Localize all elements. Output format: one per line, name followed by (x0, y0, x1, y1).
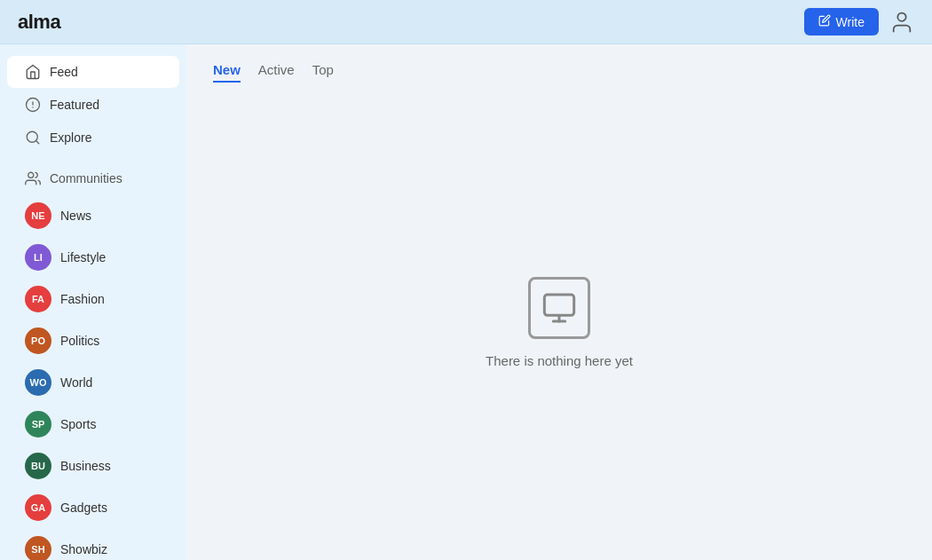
tab-active[interactable]: Active (258, 62, 295, 83)
header-actions: Write (804, 8, 914, 35)
communities-label: Communities (7, 162, 179, 194)
community-gadgets-label: Gadgets (60, 501, 107, 515)
community-lifestyle-label: Lifestyle (60, 250, 106, 264)
communities-icon (25, 170, 41, 186)
fashion-badge: FA (25, 286, 51, 312)
gadgets-badge: GA (25, 494, 51, 521)
community-sports-label: Sports (60, 417, 96, 431)
svg-rect-7 (544, 295, 573, 315)
community-item-world[interactable]: WO World (7, 362, 179, 403)
sidebar-featured-label: Featured (50, 98, 99, 112)
sidebar-item-explore[interactable]: Explore (7, 122, 179, 154)
write-button[interactable]: Write (804, 8, 879, 35)
svg-line-5 (36, 140, 38, 143)
content-tabs: New Active Top (213, 62, 905, 83)
empty-icon (528, 277, 590, 339)
sidebar-feed-label: Feed (50, 65, 78, 79)
logo: alma (18, 11, 60, 34)
user-menu-button[interactable] (889, 10, 914, 35)
write-icon (818, 14, 831, 29)
communities-text: Communities (50, 171, 122, 185)
community-item-politics[interactable]: PO Politics (7, 320, 179, 361)
feed-icon (25, 64, 41, 80)
politics-badge: PO (25, 327, 51, 354)
community-item-fashion[interactable]: FA Fashion (7, 279, 179, 319)
explore-icon (25, 130, 41, 146)
svg-point-6 (28, 172, 34, 177)
community-item-business[interactable]: BU Business (7, 446, 179, 486)
tab-top[interactable]: Top (312, 62, 334, 83)
svg-point-0 (897, 12, 905, 20)
app-header: alma Write (0, 0, 932, 44)
community-politics-label: Politics (60, 334, 99, 348)
main-layout: Feed Featured Explore (0, 44, 932, 560)
sidebar-explore-label: Explore (50, 130, 91, 145)
main-content: New Active Top There is nothing here yet (186, 44, 932, 560)
lifestyle-badge: LI (25, 244, 51, 271)
sports-badge: SP (25, 411, 51, 438)
community-item-lifestyle[interactable]: LI Lifestyle (7, 237, 179, 278)
sidebar-item-feed[interactable]: Feed (7, 56, 179, 88)
community-news-label: News (60, 209, 91, 223)
community-item-showbiz[interactable]: SH Showbiz (7, 529, 179, 560)
sidebar: Feed Featured Explore (0, 44, 186, 560)
community-item-news[interactable]: NE News (7, 195, 179, 236)
sidebar-item-featured[interactable]: Featured (7, 89, 179, 121)
tab-new[interactable]: New (213, 62, 241, 83)
showbiz-badge: SH (25, 536, 51, 560)
community-world-label: World (60, 375, 92, 390)
community-item-sports[interactable]: SP Sports (7, 404, 179, 445)
community-showbiz-label: Showbiz (60, 542, 107, 556)
community-fashion-label: Fashion (60, 292, 105, 306)
business-badge: BU (25, 453, 51, 479)
empty-message: There is nothing here yet (486, 353, 633, 368)
news-badge: NE (25, 202, 51, 229)
featured-icon (25, 97, 41, 113)
write-button-label: Write (836, 15, 865, 29)
community-business-label: Business (60, 459, 111, 473)
world-badge: WO (25, 369, 51, 396)
empty-state: There is nothing here yet (213, 109, 905, 536)
community-item-gadgets[interactable]: GA Gadgets (7, 487, 179, 528)
